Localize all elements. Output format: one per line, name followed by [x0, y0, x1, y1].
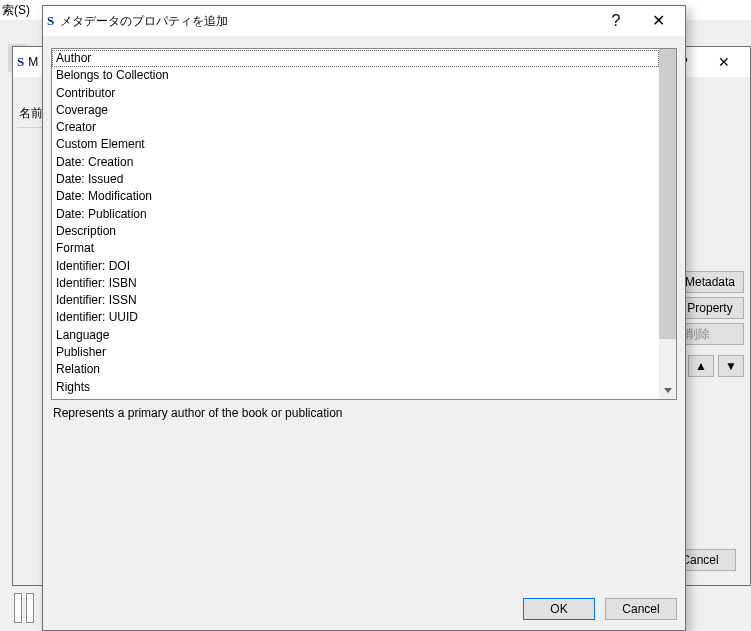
list-item[interactable]: Contributor	[52, 85, 659, 102]
list-item[interactable]: Publisher	[52, 344, 659, 361]
property-listbox[interactable]: AuthorBelongs to CollectionContributorCo…	[51, 48, 677, 400]
cancel-button[interactable]: Cancel	[605, 598, 677, 620]
close-button[interactable]: ✕	[637, 6, 679, 36]
list-item[interactable]: Format	[52, 240, 659, 257]
dialog-title: メタデータのプロパティを追加	[60, 13, 595, 30]
list-item[interactable]: Date: Publication	[52, 206, 659, 223]
menu-fragment-text: 索(S)	[2, 3, 30, 17]
close-button[interactable]: ✕	[704, 54, 744, 70]
list-item[interactable]: Identifier: ISSN	[52, 292, 659, 309]
list-item[interactable]: Date: Issued	[52, 171, 659, 188]
list-item[interactable]: Custom Element	[52, 136, 659, 153]
list-item[interactable]: Author	[52, 50, 659, 67]
scrollbar-down-button[interactable]	[659, 382, 676, 399]
listbox-scrollbar[interactable]	[659, 49, 676, 399]
list-item[interactable]: Identifier: DOI	[52, 258, 659, 275]
column-header-name: 名前	[19, 105, 43, 122]
list-item[interactable]: Date: Modification	[52, 188, 659, 205]
list-item[interactable]: Description	[52, 223, 659, 240]
list-item[interactable]: Date: Creation	[52, 154, 659, 171]
move-down-button[interactable]: ▼	[718, 355, 744, 377]
ok-button[interactable]: OK	[523, 598, 595, 620]
arrow-down-icon: ▼	[725, 359, 737, 373]
background-vertical-bars	[14, 593, 40, 623]
app-icon: S	[47, 13, 54, 29]
dialog-titlebar[interactable]: S メタデータのプロパティを追加 ? ✕	[43, 6, 685, 36]
list-item[interactable]: Belongs to Collection	[52, 67, 659, 84]
list-item[interactable]: Identifier: ISBN	[52, 275, 659, 292]
list-item[interactable]: Creator	[52, 119, 659, 136]
move-up-button[interactable]: ▲	[688, 355, 714, 377]
list-item[interactable]: Source	[52, 396, 659, 399]
scrollbar-thumb[interactable]	[659, 49, 676, 339]
property-description: Represents a primary author of the book …	[51, 400, 677, 426]
list-item[interactable]: Relation	[52, 361, 659, 378]
arrow-up-icon: ▲	[695, 359, 707, 373]
svg-marker-0	[664, 388, 672, 393]
help-button[interactable]: ?	[595, 6, 637, 36]
list-item[interactable]: Language	[52, 327, 659, 344]
list-item[interactable]: Coverage	[52, 102, 659, 119]
add-property-dialog: S メタデータのプロパティを追加 ? ✕ AuthorBelongs to Co…	[42, 5, 686, 631]
app-icon: S	[17, 54, 24, 70]
list-item[interactable]: Rights	[52, 379, 659, 396]
list-item[interactable]: Identifier: UUID	[52, 309, 659, 326]
